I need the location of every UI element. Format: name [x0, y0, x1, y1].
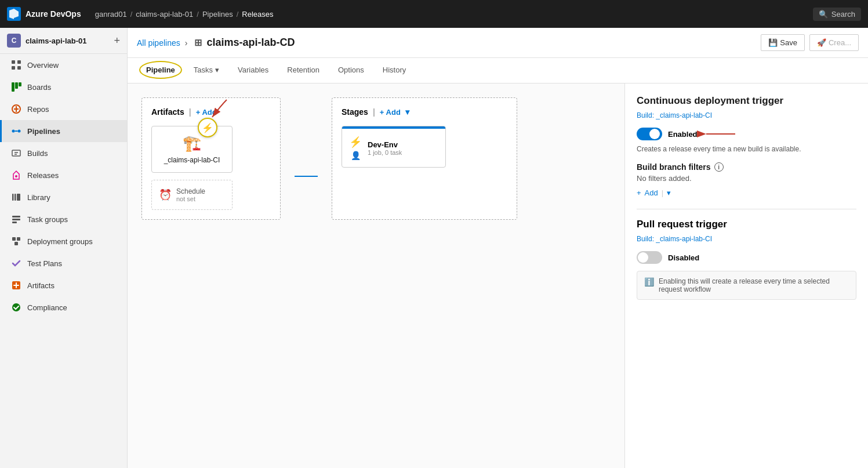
header-actions: 💾 Save 🚀 Crea... [761, 34, 859, 51]
sidebar-item-artifacts[interactable]: Artifacts [0, 274, 127, 296]
tasks-dropdown-icon: ▾ [215, 66, 219, 74]
create-button[interactable]: 🚀 Crea... [809, 34, 859, 51]
stages-box: Stages | + Add ▾ ⚡ 👤 [332, 97, 517, 220]
svg-rect-2 [17, 60, 21, 64]
svg-rect-20 [12, 237, 16, 241]
tab-options[interactable]: Options [329, 60, 373, 81]
breadcrumb-project[interactable]: claims-api-lab-01 [136, 10, 193, 19]
breadcrumb-ganrad[interactable]: ganrad01 [95, 10, 127, 19]
schedule-card[interactable]: ⏰ Schedule not set [151, 180, 233, 210]
artifacts-box: Artifacts | + Add [141, 97, 281, 220]
breadcrumb-releases[interactable]: Releases [242, 10, 273, 19]
pr-build-label[interactable]: Build: _claims-api-lab-CI [637, 235, 856, 243]
breadcrumb-arrow: › [185, 38, 188, 48]
stages-add-button[interactable]: + Add [380, 108, 401, 117]
svg-rect-21 [17, 237, 20, 241]
canvas-main: Artifacts | + Add [128, 84, 624, 468]
tab-variables-label: Variables [238, 66, 268, 74]
stage-name: Dev-Env [368, 140, 402, 149]
sidebar-item-pipelines[interactable]: Pipelines [0, 120, 127, 142]
pr-toggle-thumb [638, 252, 648, 263]
artifact-name: _claims-api-lab-CI [164, 156, 220, 164]
stages-add-chevron[interactable]: ▾ [405, 107, 409, 117]
schedule-text-container: Schedule not set [176, 187, 205, 202]
overview-icon [11, 60, 21, 70]
build-branch-filters-label: Build branch filters i [637, 162, 856, 172]
stage-connector [295, 132, 318, 220]
sidebar-item-builds-label: Builds [27, 149, 48, 158]
svg-rect-16 [17, 194, 20, 201]
save-button[interactable]: 💾 Save [761, 34, 805, 51]
sidebar-item-compliance[interactable]: Compliance [0, 296, 127, 318]
stages-header: Stages | + Add ▾ [342, 107, 507, 117]
logo-text: Azure DevOps [26, 9, 81, 19]
tab-history[interactable]: History [373, 60, 415, 81]
topbar-logo[interactable]: Azure DevOps [7, 7, 81, 21]
all-pipelines-link[interactable]: All pipelines [137, 38, 180, 48]
schedule-sub: not set [176, 195, 205, 202]
stage-person-icon: 👤 [351, 151, 361, 160]
tab-history-label: History [383, 66, 406, 74]
artifact-card[interactable]: 🏗️ _claims-api-lab-CI [151, 126, 233, 173]
sidebar-item-library[interactable]: Library [0, 186, 127, 208]
add-filter-plus-icon: + [637, 188, 641, 197]
add-filter-chevron-icon[interactable]: ▾ [667, 188, 671, 197]
stage-icons: ⚡ 👤 [349, 136, 362, 160]
svg-rect-7 [19, 82, 21, 86]
save-icon: 💾 [768, 38, 778, 47]
add-filter-label: Add [645, 188, 658, 197]
search-box[interactable]: 🔍 Search [813, 8, 861, 21]
svg-rect-17 [12, 216, 20, 217]
sidebar-item-boards[interactable]: Boards [0, 76, 127, 98]
sidebar-item-compliance-label: Compliance [27, 303, 67, 312]
cd-toggle[interactable] [637, 128, 662, 140]
cd-build-label[interactable]: Build: _claims-api-lab-CI [637, 111, 856, 119]
artifacts-add-button[interactable]: + Add [196, 108, 217, 117]
sidebar-item-test-plans[interactable]: Test Plans [0, 252, 127, 274]
deployment-groups-icon [11, 236, 21, 246]
svg-rect-4 [17, 66, 21, 70]
tab-tasks[interactable]: Tasks ▾ [184, 60, 228, 81]
pr-toggle-row: Disabled [637, 251, 856, 264]
task-groups-icon [11, 214, 21, 224]
pipeline-cd-icon: ⊞ [194, 37, 202, 48]
stage-card-dev-env[interactable]: ⚡ 👤 Dev-Env 1 job, 0 task [342, 126, 446, 168]
cd-toggle-row: Enabled [637, 128, 856, 140]
artifacts-label: Artifacts [151, 107, 184, 117]
pr-toggle[interactable] [637, 251, 662, 264]
cd-enabled-label: Enabled [668, 130, 698, 139]
project-info: C claims-api-lab-01 [7, 34, 87, 48]
pr-info-text: Enabling this will create a release ever… [659, 277, 849, 293]
tabs-bar: Pipeline Tasks ▾ Variables Retention Opt… [128, 58, 868, 84]
build-branch-filters-info-icon[interactable]: i [714, 162, 724, 172]
tab-variables[interactable]: Variables [228, 60, 278, 81]
no-filters-text: No filters added. [637, 174, 856, 183]
breadcrumb-pipelines[interactable]: Pipelines [202, 10, 233, 19]
tab-pipeline[interactable]: Pipeline [137, 60, 184, 81]
content-area: All pipelines › ⊞ claims-api-lab-CD 💾 Sa… [128, 28, 868, 468]
sidebar-item-repos[interactable]: Repos [0, 98, 127, 120]
sidebar-item-builds[interactable]: Builds [0, 142, 127, 164]
pr-info-icon: ℹ️ [644, 277, 654, 286]
search-label: Search [831, 10, 855, 19]
sidebar-item-task-groups[interactable]: Task groups [0, 208, 127, 230]
sidebar-item-releases[interactable]: Releases [0, 164, 127, 186]
pipeline-title: ⊞ claims-api-lab-CD [194, 37, 295, 49]
sidebar-item-overview-label: Overview [27, 61, 59, 70]
pipeline-name: claims-api-lab-CD [206, 37, 295, 49]
sidebar-item-library-label: Library [27, 193, 50, 202]
artifact-container: ⚡ 🏗️ _claims-api-lab-CI [151, 126, 233, 173]
svg-point-9 [12, 130, 15, 133]
cd-trigger-title: Continuous deployment trigger [637, 95, 856, 107]
sidebar-item-overview[interactable]: Overview [0, 54, 127, 76]
stage-info: Dev-Env 1 job, 0 task [368, 140, 402, 156]
add-filter-button[interactable]: + Add | ▾ [637, 188, 856, 197]
sidebar-add-button[interactable]: + [114, 35, 120, 47]
tab-retention[interactable]: Retention [278, 60, 329, 81]
sidebar-item-deployment-groups[interactable]: Deployment groups [0, 230, 127, 252]
artifacts-icon [11, 280, 21, 291]
sidebar-item-task-groups-label: Task groups [27, 215, 68, 224]
svg-rect-12 [12, 150, 20, 156]
trigger-badge[interactable]: ⚡ [198, 118, 217, 137]
svg-rect-18 [12, 219, 20, 220]
